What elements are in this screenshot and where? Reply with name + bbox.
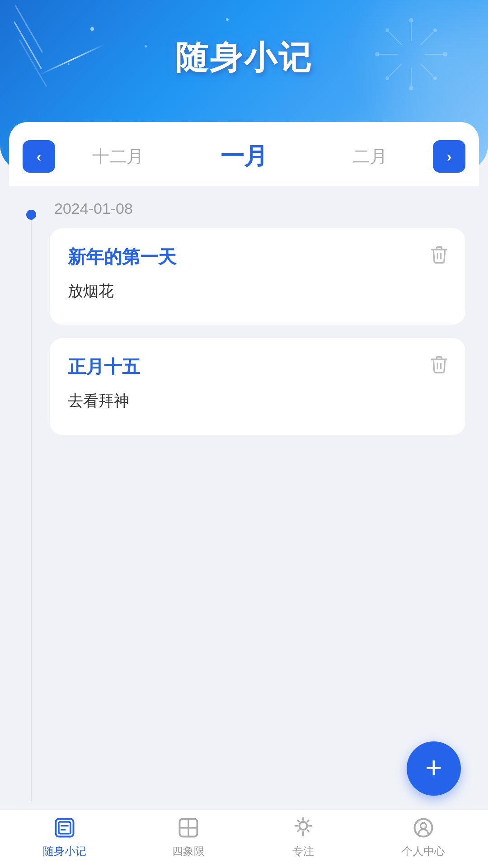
svg-point-23 (299, 822, 307, 830)
svg-line-29 (307, 830, 309, 831)
delete-note-button[interactable] (429, 245, 449, 264)
svg-line-31 (307, 820, 309, 821)
svg-point-12 (409, 86, 413, 90)
notes-date: 2024-01-08 (36, 200, 465, 217)
month-navigator: ‹ 十二月 一月 二月 › (9, 122, 479, 186)
timeline-dot (26, 210, 36, 220)
trash-icon (429, 353, 449, 376)
delete-note-button[interactable] (429, 354, 449, 374)
note-title: 正月十五 (68, 354, 447, 379)
note-content: 去看拜神 (68, 388, 447, 413)
svg-point-8 (409, 18, 413, 23)
trash-icon (429, 243, 449, 266)
tab-notes[interactable]: 随身小记 (34, 811, 95, 863)
add-note-button[interactable]: + (407, 741, 461, 796)
svg-point-14 (375, 52, 380, 57)
svg-point-10 (443, 52, 447, 57)
svg-rect-17 (59, 822, 70, 834)
next-month-label: 二月 (307, 145, 433, 168)
svg-point-11 (433, 76, 437, 80)
svg-line-7 (389, 32, 402, 45)
plus-icon: + (425, 753, 442, 782)
prev-month-label: 十二月 (55, 145, 181, 168)
tab-quadrant[interactable]: 四象限 (163, 811, 214, 863)
note-title: 新年的第一天 (68, 245, 447, 269)
chevron-right-icon: › (447, 148, 452, 165)
notes-nav-icon (52, 815, 77, 840)
svg-line-30 (298, 830, 299, 831)
svg-point-32 (415, 819, 432, 836)
quadrant-tab-label: 四象限 (172, 844, 205, 859)
svg-point-9 (433, 28, 437, 32)
svg-line-5 (389, 64, 402, 76)
app-title: 随身小记 (175, 36, 313, 80)
notes-tab-label: 随身小记 (43, 844, 86, 859)
chevron-left-icon: ‹ (37, 148, 42, 165)
svg-line-28 (298, 820, 299, 821)
note-content: 放烟花 (68, 278, 447, 303)
profile-nav-icon (411, 815, 436, 840)
current-month-label: 一月 (181, 141, 307, 172)
notes-area: 2024-01-08 新年的第一天 放烟花 正月十五 去看拜神 (9, 186, 479, 801)
tab-profile[interactable]: 个人中心 (393, 811, 454, 863)
note-card[interactable]: 正月十五 去看拜神 (50, 338, 465, 434)
svg-point-15 (385, 28, 389, 32)
tab-focus[interactable]: 专注 (282, 811, 325, 863)
focus-tab-label: 专注 (292, 844, 314, 859)
bottom-navigation: 随身小记 四象限 专注 (0, 809, 488, 868)
svg-point-33 (421, 823, 427, 829)
timeline-line (31, 220, 32, 801)
svg-point-13 (385, 76, 389, 80)
firework-decoration (371, 14, 452, 95)
svg-line-3 (421, 64, 433, 76)
main-card: ‹ 十二月 一月 二月 › 2024-01-08 新年的第一天 放烟花 (9, 122, 479, 809)
svg-line-1 (421, 32, 433, 45)
prev-month-button[interactable]: ‹ (23, 140, 55, 173)
next-month-button[interactable]: › (433, 140, 465, 173)
note-card[interactable]: 新年的第一天 放烟花 (50, 228, 465, 325)
quadrant-nav-icon (176, 815, 201, 840)
focus-nav-icon (291, 815, 316, 840)
profile-tab-label: 个人中心 (402, 844, 445, 859)
